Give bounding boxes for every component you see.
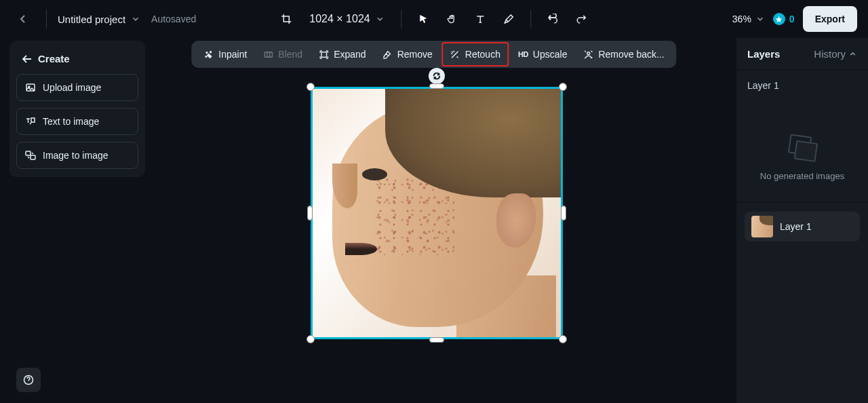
select-tool-button[interactable] [412, 7, 436, 31]
resize-handle-tl[interactable] [307, 83, 315, 91]
empty-state-text: No generated images [760, 171, 844, 181]
separator [46, 9, 47, 28]
svg-rect-2 [26, 151, 31, 155]
text-icon [475, 14, 486, 24]
hand-icon [447, 14, 458, 24]
upscale-button[interactable]: HD Upscale [511, 43, 574, 65]
svg-rect-9 [321, 52, 327, 57]
retouch-icon [450, 50, 460, 60]
zoom-value: 36% [732, 14, 751, 24]
remove-background-button[interactable]: Remove back... [576, 43, 671, 65]
remove-button[interactable]: Remove [376, 43, 439, 65]
project-name-dropdown[interactable]: Untitled project [58, 14, 140, 25]
svg-point-10 [587, 52, 590, 54]
text-to-image-button[interactable]: Text to image [16, 108, 138, 135]
brush-tool-button[interactable] [497, 7, 521, 31]
back-button[interactable] [11, 7, 35, 31]
chevron-left-icon [18, 14, 28, 24]
credits-icon [773, 13, 785, 25]
resize-handle-left[interactable] [307, 206, 313, 220]
chevron-down-icon [755, 14, 765, 24]
credits-display[interactable]: 0 [773, 13, 795, 25]
action-toolbar: Inpaint Blend Expand Remove Retouch HD U… [191, 41, 676, 68]
sync-icon [432, 71, 441, 81]
text-tool-button[interactable] [469, 7, 493, 31]
chevron-down-icon [131, 14, 140, 24]
resize-handle-bl[interactable] [307, 335, 315, 343]
layer-thumbnail [751, 216, 773, 237]
chevron-down-icon [376, 14, 385, 24]
brush-icon [504, 14, 515, 24]
svg-point-4 [206, 52, 208, 53]
redo-button[interactable] [570, 7, 594, 31]
history-tab[interactable]: History [814, 48, 857, 60]
autosaved-status: Autosaved [151, 14, 196, 24]
layers-tab[interactable]: Layers [747, 48, 780, 60]
text-to-image-icon [25, 116, 36, 127]
resize-handle-right[interactable] [561, 206, 566, 220]
svg-point-5 [210, 51, 212, 52]
chevron-up-icon [848, 50, 857, 58]
redo-icon [576, 14, 587, 24]
svg-point-6 [205, 56, 207, 57]
blend-button: Blend [256, 43, 309, 65]
separator [401, 9, 402, 28]
upload-image-icon [25, 82, 36, 93]
cursor-icon [418, 14, 429, 24]
blend-icon [263, 50, 273, 60]
eraser-icon [382, 50, 393, 60]
upload-image-button[interactable]: Upload image [16, 74, 138, 101]
separator [531, 9, 532, 28]
layer-item[interactable]: Layer 1 [745, 212, 860, 242]
crop-icon [281, 14, 292, 24]
expand-button[interactable]: Expand [312, 43, 372, 65]
layer-name: Layer 1 [780, 221, 812, 232]
resize-handle-tr[interactable] [559, 83, 567, 91]
canvas-size-crop-button[interactable] [274, 7, 298, 31]
canvas-dimensions: 1024 × 1024 [309, 13, 370, 25]
current-layer-label: Layer 1 [736, 71, 868, 95]
inpaint-button[interactable]: Inpaint [197, 43, 254, 65]
image-to-image-button[interactable]: Image to image [16, 142, 138, 169]
resize-handle-br[interactable] [559, 335, 567, 343]
canvas[interactable] [311, 87, 563, 339]
project-name: Untitled project [58, 14, 125, 25]
resize-handle-top[interactable] [429, 83, 444, 89]
sync-button[interactable] [429, 68, 445, 84]
image-to-image-icon [25, 150, 36, 161]
undo-icon [548, 14, 559, 24]
arrow-left-icon [22, 54, 33, 64]
remove-bg-icon [583, 50, 593, 60]
canvas-frame[interactable] [311, 87, 563, 339]
inpaint-icon [203, 50, 214, 60]
hd-icon: HD [518, 50, 528, 58]
empty-images-icon [787, 134, 818, 161]
help-button[interactable] [16, 368, 41, 392]
export-button[interactable]: Export [803, 6, 857, 32]
create-header[interactable]: Create [16, 49, 138, 74]
empty-state: No generated images [736, 95, 868, 202]
layers-panel: Layers History Layer 1 No generated imag… [736, 38, 868, 403]
resize-handle-bottom[interactable] [429, 337, 444, 343]
expand-icon [319, 50, 329, 60]
retouch-button[interactable]: Retouch [442, 42, 509, 66]
canvas-dimensions-dropdown[interactable]: 1024 × 1024 [302, 7, 391, 31]
svg-rect-3 [31, 155, 35, 159]
pan-tool-button[interactable] [440, 7, 465, 31]
help-icon [23, 375, 34, 385]
zoom-dropdown[interactable]: 36% [732, 14, 765, 24]
create-panel: Create Upload image Text to image Image … [9, 41, 145, 177]
canvas-image [313, 89, 561, 337]
credits-value: 0 [789, 14, 795, 24]
undo-button[interactable] [541, 7, 566, 31]
